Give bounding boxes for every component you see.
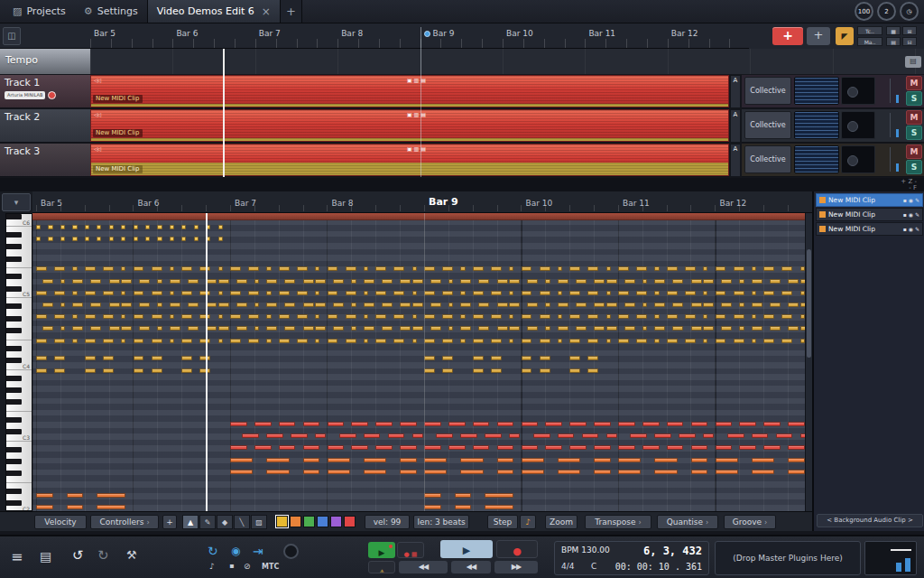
midi-note[interactable]	[97, 237, 101, 241]
midi-note[interactable]	[752, 434, 769, 438]
midi-note[interactable]	[303, 279, 314, 284]
midi-note[interactable]	[412, 303, 423, 307]
track-lane[interactable]: ◁◁▣ ▥ ▤New MIDI Clip	[90, 75, 729, 108]
midi-note[interactable]	[691, 458, 708, 462]
midi-note[interactable]	[328, 291, 338, 295]
midi-note[interactable]	[364, 470, 386, 474]
clip-list-item[interactable]: New MIDI Clip▪◉✎	[816, 208, 923, 221]
midi-note[interactable]	[587, 339, 598, 343]
midi-note[interactable]	[72, 339, 77, 343]
midi-note[interactable]	[339, 434, 356, 438]
midi-note[interactable]	[266, 339, 271, 343]
midi-note[interactable]	[497, 470, 514, 474]
midi-note[interactable]	[642, 326, 647, 331]
midi-note[interactable]	[594, 422, 611, 426]
midi-note[interactable]	[279, 266, 290, 271]
midi-note[interactable]	[545, 279, 550, 284]
midi-note[interactable]	[716, 266, 726, 271]
midi-note[interactable]	[67, 493, 84, 498]
black-key[interactable]	[6, 256, 22, 262]
midi-note[interactable]	[667, 314, 678, 319]
midi-note[interactable]	[351, 422, 368, 426]
midi-note[interactable]	[242, 434, 259, 438]
midi-note[interactable]	[594, 470, 611, 474]
midi-note[interactable]	[303, 326, 314, 331]
midi-note[interactable]	[509, 291, 513, 295]
midi-note[interactable]	[121, 326, 132, 331]
midi-note[interactable]	[667, 445, 684, 450]
midi-note[interactable]	[424, 493, 441, 498]
undo-icon[interactable]: ↺	[72, 547, 84, 564]
midi-note[interactable]	[594, 303, 605, 307]
jump-to-end-icon[interactable]: ⇥	[253, 544, 263, 558]
midi-note[interactable]	[85, 314, 96, 319]
midi-note[interactable]	[328, 422, 345, 426]
black-key[interactable]	[6, 303, 22, 309]
black-key[interactable]	[6, 399, 22, 405]
midi-note[interactable]	[424, 368, 435, 373]
record-arm-button[interactable]	[48, 91, 56, 99]
midi-note[interactable]	[346, 314, 356, 319]
midi-note[interactable]	[297, 314, 308, 319]
midi-note[interactable]	[248, 339, 259, 343]
plugin-thumbnail[interactable]	[794, 145, 839, 173]
midi-note[interactable]	[393, 291, 404, 295]
midi-note[interactable]	[85, 266, 96, 271]
midi-note[interactable]	[333, 326, 344, 331]
midi-note[interactable]	[157, 237, 162, 241]
midi-note[interactable]	[485, 505, 513, 509]
editor-timeline[interactable]: Bar 5Bar 6Bar 7Bar 8Bar 9Bar 10Bar 11Bar…	[32, 191, 812, 213]
midi-note[interactable]	[478, 279, 489, 284]
black-key[interactable]	[6, 489, 22, 494]
midi-note[interactable]	[430, 279, 441, 284]
midi-note[interactable]	[266, 458, 289, 462]
midi-note[interactable]	[424, 445, 441, 450]
midi-note[interactable]	[460, 266, 465, 271]
midi-note[interactable]	[266, 434, 283, 438]
midi-note[interactable]	[636, 266, 647, 271]
zoom-controls[interactable]: + Z - - F	[901, 179, 917, 191]
midi-note[interactable]	[727, 434, 744, 438]
midi-note[interactable]	[667, 291, 678, 295]
midi-note[interactable]	[685, 291, 696, 295]
midi-note[interactable]	[763, 445, 781, 450]
midi-note[interactable]	[642, 303, 647, 307]
midi-note[interactable]	[716, 291, 726, 295]
wrench-icon[interactable]: ⚒	[126, 548, 137, 562]
midi-note[interactable]	[218, 339, 223, 343]
midi-note[interactable]	[485, 493, 513, 498]
midi-note[interactable]	[739, 326, 744, 331]
lane-view-icon[interactable]: ▤	[886, 37, 901, 46]
midi-note[interactable]	[569, 314, 580, 319]
clock-button[interactable]: ◷	[900, 2, 919, 21]
midi-note[interactable]	[400, 445, 417, 450]
draw-tool-icon[interactable]: ✎	[199, 515, 216, 529]
midi-note[interactable]	[139, 279, 150, 284]
midi-note[interactable]	[375, 445, 393, 450]
midi-note[interactable]	[218, 279, 229, 284]
midi-note[interactable]	[569, 422, 587, 426]
black-key[interactable]	[6, 358, 22, 363]
midi-note[interactable]	[194, 237, 199, 241]
midi-note[interactable]	[346, 339, 356, 343]
midi-note[interactable]	[393, 314, 404, 319]
midi-note[interactable]	[763, 291, 774, 295]
midi-note[interactable]	[473, 314, 484, 319]
midi-note[interactable]	[569, 445, 587, 450]
midi-note[interactable]	[134, 356, 144, 360]
midi-note[interactable]	[266, 326, 277, 331]
midi-note[interactable]	[248, 291, 259, 295]
pencil-icon[interactable]: ✎	[915, 197, 919, 203]
midi-note[interactable]	[170, 303, 180, 307]
midi-note[interactable]	[509, 314, 513, 319]
return-to-start-button[interactable]: ◀◀	[399, 561, 448, 573]
tracks-mini-button[interactable]: Tc..	[857, 26, 882, 35]
midi-note[interactable]	[36, 266, 47, 271]
midi-note[interactable]	[72, 237, 77, 241]
midi-note[interactable]	[424, 422, 441, 426]
midi-note[interactable]	[594, 445, 611, 450]
midi-note[interactable]	[460, 326, 471, 331]
automation-button[interactable]: A	[730, 109, 741, 143]
midi-note[interactable]	[788, 470, 805, 474]
midi-note[interactable]	[303, 458, 320, 462]
